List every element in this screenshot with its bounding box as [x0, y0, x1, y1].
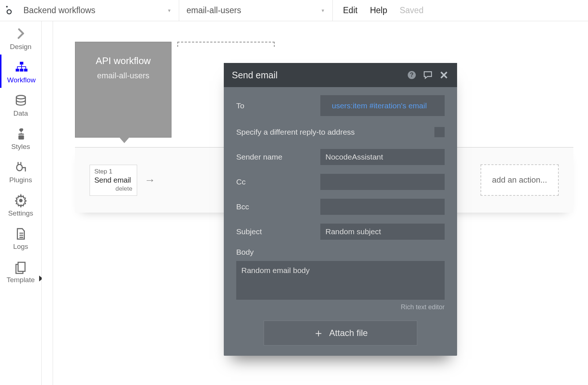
- sidebar-item-label: Design: [10, 43, 31, 50]
- row-sender: Sender name NocodeAssistant: [236, 148, 445, 166]
- row-cc: Cc: [236, 173, 445, 191]
- sidebar-item-template[interactable]: Template: [0, 254, 41, 288]
- attach-file-label: Attach file: [329, 328, 368, 338]
- add-action-label: add an action...: [492, 175, 547, 184]
- label-subject: Subject: [236, 227, 320, 236]
- svg-rect-4: [20, 62, 23, 65]
- input-cc[interactable]: [320, 174, 445, 190]
- canvas-inner: API workflow email-all-users Step 1 Send…: [53, 21, 588, 385]
- arrow-right-icon: →: [144, 174, 155, 186]
- checkbox-reply-to[interactable]: [434, 127, 445, 137]
- topbar: Backend workflows ▼ email-all-users ▼ Ed…: [0, 0, 588, 21]
- rich-text-editor-link[interactable]: Rich text editor: [236, 303, 445, 311]
- comment-icon[interactable]: [423, 70, 433, 80]
- svg-rect-12: [18, 262, 25, 272]
- sidebar-item-label: Plugins: [9, 176, 32, 183]
- styles-icon: [14, 127, 28, 141]
- panel-body: To users:item #iteration's email Specify…: [224, 87, 457, 345]
- svg-point-11: [19, 199, 23, 202]
- workflow-event-card[interactable]: API workflow email-all-users: [75, 42, 172, 138]
- input-sender[interactable]: NocodeAssistant: [320, 149, 445, 165]
- label-body: Body: [236, 248, 445, 257]
- sidebar: Design Workflow Data Styles Plugins: [0, 21, 42, 385]
- sidebar-item-logs[interactable]: Logs: [0, 221, 41, 254]
- design-icon: [14, 27, 28, 41]
- canvas: API workflow email-all-users Step 1 Send…: [42, 21, 588, 385]
- chevron-down-icon: ▼: [321, 8, 325, 13]
- sidebar-item-label: Data: [13, 110, 28, 117]
- svg-rect-9: [18, 135, 24, 139]
- plugins-icon: [14, 160, 28, 174]
- input-body[interactable]: Random email body: [236, 261, 445, 300]
- row-subject: Subject Random subject: [236, 223, 445, 240]
- svg-rect-7: [24, 69, 27, 72]
- sidebar-item-settings[interactable]: Settings: [0, 188, 41, 221]
- svg-rect-5: [15, 69, 19, 72]
- to-expression[interactable]: users:item #iteration's email: [332, 101, 427, 110]
- sidebar-item-workflow[interactable]: Workflow: [0, 55, 41, 88]
- workflow-card-title: API workflow: [96, 55, 151, 67]
- logs-icon: [14, 227, 28, 241]
- step-number: Step 1: [94, 168, 132, 175]
- menu-saved: Saved: [400, 5, 423, 15]
- topbar-menus: Edit Help Saved: [333, 0, 434, 21]
- step-card-1[interactable]: Step 1 Send email delete: [90, 165, 137, 196]
- label-cc: Cc: [236, 177, 320, 186]
- sidebar-item-label: Settings: [8, 210, 33, 217]
- panel-header[interactable]: Send email ?: [224, 63, 457, 87]
- svg-rect-10: [16, 164, 22, 171]
- bubble-logo-icon: [4, 5, 14, 16]
- workflow-card-subtitle: email-all-users: [97, 71, 149, 81]
- svg-point-1: [6, 5, 8, 7]
- sidebar-item-label: Styles: [11, 143, 30, 150]
- menu-help[interactable]: Help: [370, 5, 387, 15]
- input-to[interactable]: users:item #iteration's email: [320, 95, 445, 116]
- row-to: To users:item #iteration's email: [236, 95, 445, 116]
- step-delete-link[interactable]: delete: [94, 185, 132, 192]
- row-bcc: Bcc: [236, 198, 445, 216]
- input-subject[interactable]: Random subject: [320, 224, 445, 240]
- help-icon[interactable]: ?: [407, 70, 417, 80]
- layout: Design Workflow Data Styles Plugins: [0, 21, 588, 385]
- chevron-down-icon: ▼: [167, 8, 172, 13]
- label-reply-to: Specify a different reply-to address: [236, 128, 434, 137]
- sidebar-item-data[interactable]: Data: [0, 88, 41, 121]
- panel-header-icons: ?: [407, 70, 449, 80]
- step-title: Send email: [94, 176, 132, 184]
- svg-rect-3: [18, 28, 24, 35]
- label-sender: Sender name: [236, 153, 320, 161]
- logo[interactable]: [0, 0, 18, 21]
- section-dropdown[interactable]: Backend workflows ▼: [18, 0, 179, 21]
- sidebar-item-label: Logs: [13, 243, 28, 250]
- section-dropdown-label: Backend workflows: [23, 5, 95, 15]
- panel-title: Send email: [232, 70, 407, 81]
- property-panel: Send email ?: [224, 63, 457, 356]
- settings-icon: [14, 194, 28, 208]
- svg-text:?: ?: [410, 72, 414, 78]
- sidebar-item-label: Workflow: [7, 76, 36, 83]
- row-reply-to: Specify a different reply-to address: [236, 123, 445, 141]
- new-event-placeholder[interactable]: [177, 42, 275, 46]
- sidebar-item-plugins[interactable]: Plugins: [0, 154, 41, 188]
- svg-point-0: [7, 10, 11, 14]
- attach-file-button[interactable]: ＋ Attach file: [264, 321, 417, 345]
- page-dropdown[interactable]: email-all-users ▼: [179, 0, 333, 21]
- label-to: To: [236, 101, 320, 110]
- plus-icon: ＋: [313, 326, 324, 341]
- workflow-icon: [15, 60, 29, 74]
- page-dropdown-label: email-all-users: [186, 5, 241, 15]
- sidebar-item-styles[interactable]: Styles: [0, 121, 41, 154]
- svg-rect-6: [20, 69, 23, 72]
- close-icon[interactable]: [439, 70, 449, 80]
- label-bcc: Bcc: [236, 202, 320, 211]
- menu-edit[interactable]: Edit: [343, 5, 358, 15]
- template-icon: [14, 260, 28, 274]
- svg-point-8: [16, 96, 25, 99]
- sidebar-item-label: Template: [7, 276, 35, 283]
- add-action-button[interactable]: add an action...: [480, 164, 559, 196]
- data-icon: [14, 94, 28, 108]
- input-bcc[interactable]: [320, 199, 445, 215]
- sidebar-item-design[interactable]: Design: [0, 21, 41, 55]
- row-body: Body Random email body Rich text editor: [236, 248, 445, 311]
